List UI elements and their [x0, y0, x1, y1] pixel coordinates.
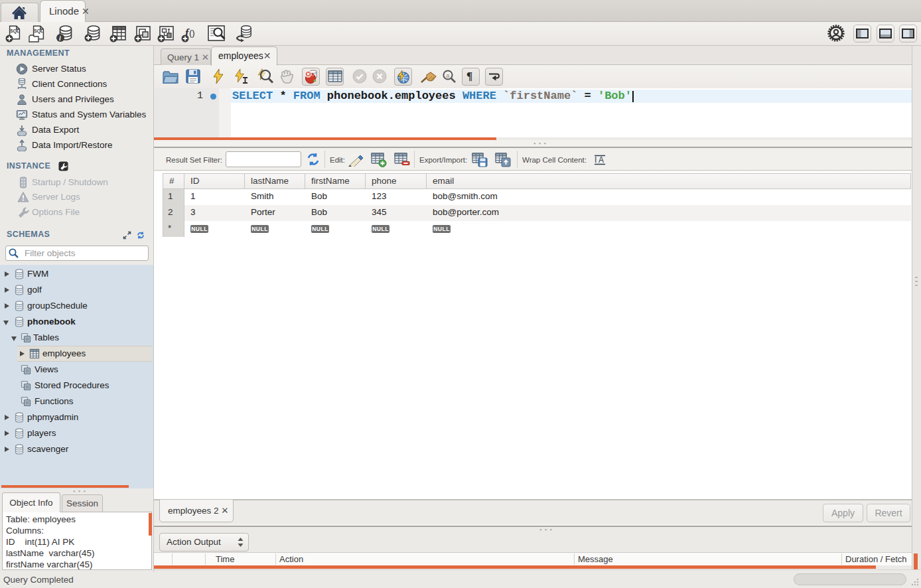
- svg-text:(): (): [189, 28, 195, 38]
- svg-text:SQL: SQL: [34, 29, 44, 34]
- svg-text:i: i: [59, 35, 61, 42]
- svg-text:a: a: [446, 72, 449, 79]
- svg-text:SQL: SQL: [10, 29, 20, 34]
- svg-text:A: A: [599, 155, 604, 165]
- svg-text:I: I: [595, 155, 597, 165]
